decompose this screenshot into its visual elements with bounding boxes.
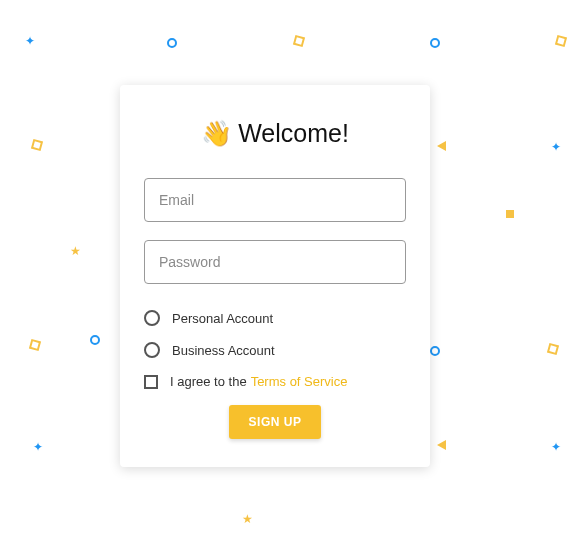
page-title: 👋Welcome! bbox=[144, 119, 406, 148]
radio-label: Business Account bbox=[172, 343, 275, 358]
radio-icon bbox=[144, 310, 160, 326]
password-field[interactable] bbox=[144, 240, 406, 284]
confetti-star-icon: ★ bbox=[70, 244, 81, 258]
email-field[interactable] bbox=[144, 178, 406, 222]
confetti-square-icon bbox=[506, 210, 514, 218]
confetti-square-icon bbox=[547, 343, 559, 355]
confetti-star-icon: ★ bbox=[242, 512, 253, 526]
signup-card: 👋Welcome! Personal Account Business Acco… bbox=[120, 85, 430, 467]
checkbox-icon bbox=[144, 375, 158, 389]
agreement-text: I agree to the bbox=[170, 374, 247, 389]
confetti-circle-icon bbox=[90, 335, 100, 345]
confetti-square-icon bbox=[31, 139, 43, 151]
confetti-square-icon bbox=[293, 35, 305, 47]
confetti-star-icon: ✦ bbox=[33, 440, 43, 454]
radio-icon bbox=[144, 342, 160, 358]
tos-link[interactable]: Terms of Service bbox=[251, 374, 348, 389]
checkbox-agree-tos[interactable]: I agree to the Terms of Service bbox=[144, 374, 406, 389]
confetti-circle-icon bbox=[430, 346, 440, 356]
confetti-star-icon: ✦ bbox=[551, 440, 561, 454]
confetti-star-icon: ✦ bbox=[25, 34, 35, 48]
wave-icon: 👋 bbox=[201, 119, 232, 147]
title-text: Welcome! bbox=[238, 119, 349, 147]
confetti-star-icon: ✦ bbox=[551, 140, 561, 154]
radio-personal-account[interactable]: Personal Account bbox=[144, 310, 406, 326]
confetti-triangle-icon bbox=[437, 141, 446, 151]
confetti-triangle-icon bbox=[437, 440, 446, 450]
radio-label: Personal Account bbox=[172, 311, 273, 326]
options-group: Personal Account Business Account I agre… bbox=[144, 310, 406, 389]
confetti-square-icon bbox=[555, 35, 567, 47]
confetti-circle-icon bbox=[430, 38, 440, 48]
signup-button[interactable]: SIGN UP bbox=[229, 405, 322, 439]
confetti-circle-icon bbox=[167, 38, 177, 48]
confetti-square-icon bbox=[29, 339, 41, 351]
radio-business-account[interactable]: Business Account bbox=[144, 342, 406, 358]
